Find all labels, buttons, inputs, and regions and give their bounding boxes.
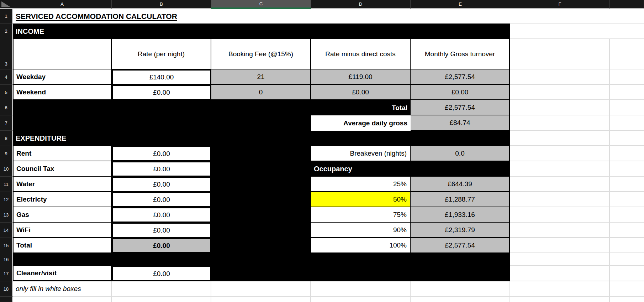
column-header-b[interactable]: B (112, 0, 211, 9)
cell-c18-blank[interactable] (211, 281, 311, 297)
cell-occupancy-25-value[interactable]: £644.39 (411, 177, 510, 192)
expenditure-section-band[interactable]: EXPENDITURE (13, 131, 510, 146)
column-header-a[interactable]: A (13, 0, 112, 9)
cell-g12-blank[interactable] (610, 192, 644, 207)
cell-f2-blank[interactable] (510, 24, 610, 39)
cell-f12-blank[interactable] (510, 192, 610, 207)
column-header-c-selected[interactable]: C (211, 0, 311, 9)
input-weekend-rate[interactable]: £0.00 (112, 85, 211, 100)
filler-black-row16[interactable] (13, 253, 510, 266)
cell-council-tax-label[interactable]: Council Tax (13, 161, 112, 177)
cell-occupancy-90-pct[interactable]: 90% (311, 223, 411, 238)
cell-g10-blank[interactable] (610, 161, 644, 177)
row-header-18[interactable]: 18 (0, 281, 13, 297)
cell-g3-blank[interactable] (610, 39, 644, 69)
cell-f11-blank[interactable] (510, 177, 610, 192)
cell-c19-partial[interactable] (211, 297, 311, 302)
input-electricity-value[interactable]: £0.00 (112, 192, 211, 207)
input-gas-value[interactable]: £0.00 (112, 207, 211, 223)
cell-f10-blank[interactable] (510, 161, 610, 177)
row-header-8[interactable]: 8 (0, 131, 13, 146)
row-header-6[interactable]: 6 (0, 100, 13, 115)
cell-cleaner-label[interactable]: Cleaner/visit (13, 266, 112, 281)
cell-f4-blank[interactable] (510, 69, 610, 85)
cell-weekend-rate-minus-costs[interactable]: £0.00 (311, 85, 411, 100)
cell-income-total-value[interactable]: £2,577.54 (411, 100, 510, 115)
cell-a19-partial[interactable] (13, 297, 112, 302)
cell-g14-blank[interactable] (610, 223, 644, 238)
cell-avg-daily-gross-label[interactable]: Average daily gross (311, 115, 411, 131)
cell-avg-daily-gross-value[interactable]: £84.74 (411, 115, 510, 131)
row-header-5[interactable]: 5 (0, 85, 13, 100)
cell-f13-blank[interactable] (510, 207, 610, 223)
cell-wifi-label[interactable]: WiFi (13, 223, 112, 238)
cell-g7-blank[interactable] (610, 115, 644, 131)
filler-black-row7[interactable] (13, 115, 311, 131)
input-cleaner-value[interactable]: £0.00 (112, 266, 211, 281)
cell-f16-blank[interactable] (510, 253, 610, 266)
select-all-corner[interactable] (0, 0, 13, 9)
cell-g5-blank[interactable] (610, 85, 644, 100)
cell-g18-blank[interactable] (610, 281, 644, 297)
cell-f14-blank[interactable] (510, 223, 610, 238)
input-wifi-value[interactable]: £0.00 (112, 223, 211, 238)
cell-expenditure-total-value[interactable]: £0.00 (112, 238, 211, 253)
cell-f6-blank[interactable] (510, 100, 610, 115)
cell-g13-blank[interactable] (610, 207, 644, 223)
row-header-19-partial[interactable] (0, 297, 13, 302)
input-council-tax-value[interactable]: £0.00 (112, 161, 211, 177)
cell-gas-label[interactable]: Gas (13, 207, 112, 223)
input-water-value[interactable]: £0.00 (112, 177, 211, 192)
income-section-band[interactable]: INCOME (13, 24, 510, 39)
cell-f3-blank[interactable] (510, 39, 610, 69)
filler-black-row17[interactable] (311, 266, 510, 281)
column-header-g-partial[interactable] (610, 0, 644, 9)
row-header-7[interactable]: 7 (0, 115, 13, 131)
cell-occupancy-100-pct[interactable]: 100% (311, 238, 411, 253)
cell-b19-partial[interactable] (112, 297, 211, 302)
cell-g17-blank[interactable] (610, 266, 644, 281)
row-header-13[interactable]: 13 (0, 207, 13, 223)
occupancy-section-band[interactable]: Occupancy (311, 161, 510, 177)
cell-breakeven-value[interactable]: 0.0 (411, 146, 510, 161)
cell-weekday-rate-minus-costs[interactable]: £119.00 (311, 69, 411, 85)
row-header-1[interactable]: 1 (0, 9, 13, 24)
cell-f19-partial[interactable] (510, 297, 610, 302)
row-header-4[interactable]: 4 (0, 69, 13, 85)
cell-f7-blank[interactable] (510, 115, 610, 131)
cell-breakeven-label[interactable]: Breakeven (nights) (311, 146, 411, 161)
row-header-14[interactable]: 14 (0, 223, 13, 238)
cell-occupancy-90-value[interactable]: £2,319.79 (411, 223, 510, 238)
cell-f9-blank[interactable] (510, 146, 610, 161)
cell-weekend-monthly-gross[interactable]: £0.00 (411, 85, 510, 100)
cell-d19-partial[interactable] (311, 297, 411, 302)
cell-occupancy-25-pct[interactable]: 25% (311, 177, 411, 192)
cell-f17-blank[interactable] (510, 266, 610, 281)
cell-weekday-monthly-gross[interactable]: £2,577.54 (411, 69, 510, 85)
cell-electricity-label[interactable]: Electricty (13, 192, 112, 207)
input-rent-value[interactable]: £0.00 (112, 146, 211, 161)
cell-d18-blank[interactable] (311, 281, 411, 297)
column-header-f[interactable]: F (510, 0, 610, 9)
cell-g11-blank[interactable] (610, 177, 644, 192)
cell-f8-blank[interactable] (510, 131, 610, 146)
cell-e19-partial[interactable] (411, 297, 510, 302)
row-header-2[interactable]: 2 (0, 24, 13, 39)
cell-expenditure-total-label[interactable]: Total (13, 238, 112, 253)
row-header-9[interactable]: 9 (0, 146, 13, 161)
row-header-16[interactable]: 16 (0, 253, 13, 266)
cell-b18-blank[interactable] (112, 281, 211, 297)
header-monthly-gross[interactable]: Monthly Gross turnover (411, 39, 510, 69)
cell-g15-blank[interactable] (610, 238, 644, 253)
cell-occupancy-75-pct[interactable]: 75% (311, 207, 411, 223)
footnote-only-fill-white-boxes[interactable]: only fill in white boxes (13, 281, 112, 297)
cell-rent-label[interactable]: Rent (13, 146, 112, 161)
row-header-12[interactable]: 12 (0, 192, 13, 207)
row-header-17[interactable]: 17 (0, 266, 13, 281)
cell-f1-blank[interactable] (510, 9, 610, 24)
cell-weekday-booking-fee[interactable]: 21 (211, 69, 311, 85)
cell-occupancy-50-value[interactable]: £1,288.77 (411, 192, 510, 207)
cell-weekend-booking-fee[interactable]: 0 (211, 85, 311, 100)
cell-e18-blank[interactable] (411, 281, 510, 297)
cell-water-label[interactable]: Water (13, 177, 112, 192)
